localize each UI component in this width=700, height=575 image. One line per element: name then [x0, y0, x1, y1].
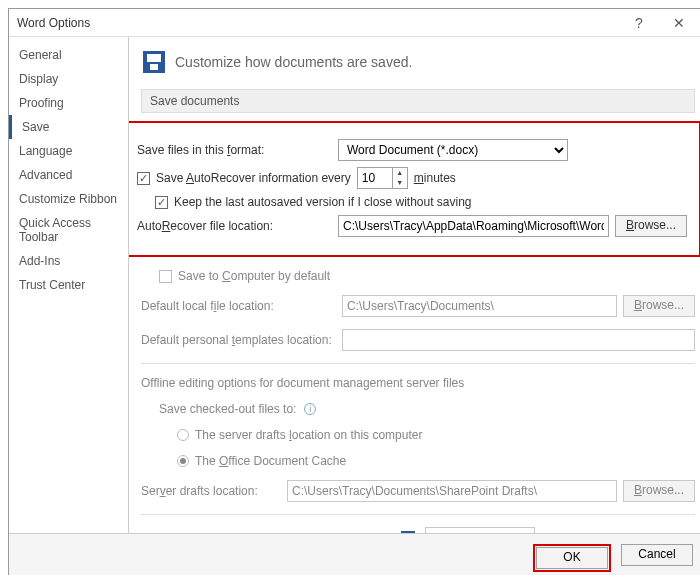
default-local-browse[interactable]: Browse... — [623, 295, 695, 317]
titlebar: Word Options ? ✕ — [9, 9, 700, 37]
save-icon — [143, 51, 165, 73]
autorecover-unit: minutes — [414, 171, 456, 185]
ok-button[interactable]: OK — [536, 547, 608, 569]
ar-browse-button[interactable]: Browse... — [615, 215, 687, 237]
radio-office-cache-label: The Office Document Cache — [195, 454, 346, 468]
save-computer-label: Save to Computer by default — [178, 269, 330, 283]
help-button[interactable]: ? — [619, 15, 659, 31]
save-format-label: Save files in this format: — [137, 143, 332, 157]
sidebar-item-display[interactable]: Display — [9, 67, 128, 91]
radio-server-drafts-label: The server drafts location on this compu… — [195, 428, 422, 442]
server-drafts-browse[interactable]: Browse... — [623, 480, 695, 502]
save-computer-checkbox[interactable] — [159, 270, 172, 283]
section-save-documents: Save documents — [141, 89, 695, 113]
cancel-button[interactable]: Cancel — [621, 544, 693, 566]
save-checked-out-label: Save checked-out files to: — [159, 402, 296, 416]
keep-last-label: Keep the last autosaved version if I clo… — [174, 195, 472, 209]
server-drafts-input[interactable] — [287, 480, 617, 502]
sidebar-item-trust-center[interactable]: Trust Center — [9, 273, 128, 297]
radio-server-drafts[interactable] — [177, 429, 189, 441]
close-button[interactable]: ✕ — [659, 15, 699, 31]
radio-office-cache[interactable] — [177, 455, 189, 467]
default-local-input[interactable] — [342, 295, 617, 317]
page-title: Customize how documents are saved. — [175, 54, 412, 70]
ar-location-input[interactable] — [338, 215, 609, 237]
autorecover-label: Save AutoRecover information every — [156, 171, 351, 185]
sidebar-item-language[interactable]: Language — [9, 139, 128, 163]
dialog-footer: OK Cancel — [9, 533, 700, 575]
ar-location-label: AutoRecover file location: — [137, 219, 332, 233]
save-format-select[interactable]: Word Document (*.docx) — [338, 139, 568, 161]
section-offline: Offline editing options for document man… — [141, 376, 695, 390]
content-pane: Customize how documents are saved. Save … — [129, 37, 700, 533]
window-title: Word Options — [17, 16, 619, 30]
default-templates-input[interactable] — [342, 329, 695, 351]
autorecover-checkbox[interactable]: ✓ — [137, 172, 150, 185]
server-drafts-label: Server drafts location: — [141, 484, 281, 498]
sidebar: General Display Proofing Save Language A… — [9, 37, 129, 533]
sidebar-item-qat[interactable]: Quick Access Toolbar — [9, 211, 128, 249]
keep-last-checkbox[interactable]: ✓ — [155, 196, 168, 209]
sidebar-item-proofing[interactable]: Proofing — [9, 91, 128, 115]
info-icon[interactable]: i — [304, 403, 316, 415]
autorecover-spinner[interactable]: ▲▼ — [393, 167, 408, 189]
sidebar-item-customize-ribbon[interactable]: Customize Ribbon — [9, 187, 128, 211]
sidebar-item-save[interactable]: Save — [9, 115, 128, 139]
sidebar-item-general[interactable]: General — [9, 43, 128, 67]
sidebar-item-addins[interactable]: Add-Ins — [9, 249, 128, 273]
default-templates-label: Default personal templates location: — [141, 333, 336, 347]
highlight-box: Save files in this format: Word Document… — [129, 121, 700, 257]
sidebar-item-advanced[interactable]: Advanced — [9, 163, 128, 187]
default-local-label: Default local file location: — [141, 299, 336, 313]
autorecover-minutes-input[interactable] — [357, 167, 393, 189]
